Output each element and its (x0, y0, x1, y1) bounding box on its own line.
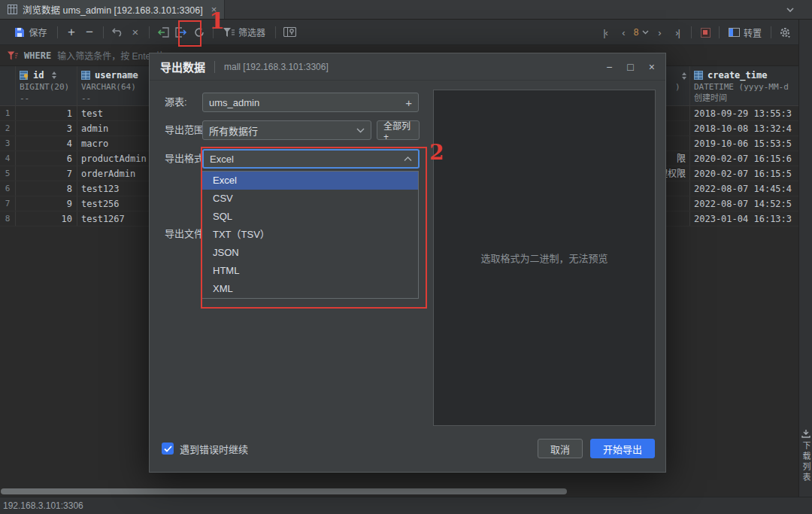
toolbar: 保存 + − × 筛选器 |‹ ‹ (0, 20, 812, 45)
dialog-subtitle: mall [192.168.3.101:3306] (224, 62, 329, 72)
cell-id[interactable]: 8 (15, 181, 77, 196)
cell-create-time[interactable]: 2022-08-07 14:45:4 (689, 181, 798, 196)
preview-panel: 选取格式为二进制，无法预览 (433, 90, 656, 426)
start-export-button[interactable]: 开始导出 (590, 439, 655, 458)
page-size-select[interactable]: 8 (632, 23, 650, 42)
source-table-value: ums_admin (209, 97, 259, 108)
cell-id[interactable]: 1 (15, 106, 77, 121)
cell-create-time[interactable]: 2018-09-29 13:55:3 (689, 106, 798, 121)
transpose-label: 转置 (744, 26, 762, 39)
first-page-button[interactable]: |‹ (596, 23, 614, 42)
undo-button[interactable] (108, 23, 126, 42)
column-type: DATETIME (yyyy-MM-d (694, 81, 798, 93)
cell-id[interactable]: 3 (15, 121, 77, 136)
column-name: username (95, 70, 138, 81)
filter-label: 筛选器 (238, 26, 265, 38)
save-icon (14, 27, 25, 38)
column-icon (81, 71, 91, 80)
right-tool-strip: 下载列表 (798, 20, 812, 497)
cell-id[interactable]: 6 (15, 151, 77, 166)
cell-id[interactable]: 9 (15, 196, 77, 211)
annotation-digit-1: 1 (209, 8, 225, 34)
toolbar-separator (149, 26, 150, 38)
cell-create-time[interactable]: 2019-10-06 15:53:5 (689, 136, 798, 151)
row-number: 5 (0, 166, 15, 181)
delete-row-button[interactable]: − (80, 23, 98, 42)
column-default: -- (20, 93, 77, 104)
key-column-icon (20, 71, 29, 80)
stop-button[interactable] (696, 23, 714, 42)
status-bar: 192.168.3.101:3306 (0, 497, 812, 514)
row-number: 4 (0, 151, 15, 166)
revert-button[interactable]: × (126, 23, 144, 42)
stop-icon (701, 28, 710, 38)
sort-icon[interactable] (682, 72, 686, 80)
app-window: 浏览数据 ums_admin [192.168.3.101:3306] × 保存… (0, 0, 812, 514)
cell-create-time[interactable]: 2020-02-07 16:15:6 (689, 151, 798, 166)
export-range-value: 所有数据行 (209, 123, 258, 138)
cell-id[interactable]: 4 (15, 136, 77, 151)
column-name: id (33, 70, 44, 81)
page-size-value: 8 (634, 27, 639, 38)
checkbox-label: 遇到错误时继续 (180, 442, 248, 456)
table-icon (8, 5, 17, 14)
gear-icon (779, 26, 791, 38)
download-list-label: 下载列表 (800, 441, 812, 483)
transpose-button[interactable]: 转置 (724, 23, 766, 42)
cell-create-time[interactable]: 2020-02-07 16:15:5 (689, 166, 798, 181)
toolbar-separator (275, 26, 276, 38)
sort-icon[interactable] (52, 71, 56, 79)
cell-id[interactable]: 7 (15, 166, 77, 181)
dialog-titlebar[interactable]: 导出数据 mall [192.168.3.101:3306] − □ × (150, 53, 665, 81)
cell-create-time[interactable]: 2022-08-07 14:52:5 (689, 196, 798, 211)
toolbar-separator (771, 26, 771, 38)
annotation-digit-2: 2 (429, 140, 444, 165)
close-button[interactable]: × (649, 61, 655, 73)
minimize-button[interactable]: − (606, 61, 612, 73)
column-icon (694, 71, 704, 80)
prev-page-button[interactable]: ‹ (614, 23, 632, 42)
checkbox-checked-icon[interactable] (162, 443, 174, 455)
row-number: 3 (0, 136, 15, 151)
next-page-button[interactable]: › (650, 23, 668, 42)
preview-placeholder-text: 选取格式为二进制，无法预览 (480, 251, 607, 265)
horizontal-scrollbar[interactable] (1, 488, 567, 494)
pagination-group: |‹ ‹ 8 › ›| 转置 (596, 20, 794, 45)
row-number: 2 (0, 121, 15, 136)
annotation-box-1 (178, 20, 201, 47)
download-icon (801, 429, 810, 438)
column-type: BIGINT(20) (20, 81, 77, 93)
import-button[interactable] (154, 23, 172, 42)
where-keyword: WHERE (24, 50, 51, 61)
tab-browse-data[interactable]: 浏览数据 ums_admin [192.168.3.101:3306] × (0, 0, 225, 19)
cell-create-time[interactable]: 2023-01-04 16:13:3 (689, 211, 798, 227)
last-page-button[interactable]: ›| (668, 23, 686, 42)
download-list-button[interactable]: 下载列表 (799, 429, 812, 483)
row-number: 6 (0, 181, 15, 196)
cancel-button[interactable]: 取消 (538, 439, 583, 458)
export-range-select[interactable]: 所有数据行 (202, 120, 371, 140)
locate-icon (283, 27, 296, 37)
maximize-button[interactable]: □ (627, 61, 633, 73)
tab-bar: 浏览数据 ums_admin [192.168.3.101:3306] × (0, 0, 812, 20)
save-label: 保存 (29, 26, 47, 38)
column-header-id[interactable]: id BIGINT(20) -- (20, 66, 77, 106)
source-table-field[interactable]: ums_admin + (202, 93, 419, 112)
cell-id[interactable]: 10 (15, 211, 77, 227)
cell-create-time[interactable]: 2018-10-08 13:32:4 (689, 121, 798, 136)
all-columns-button[interactable]: 全部列 + (377, 120, 420, 140)
column-header-create-time[interactable]: create_time DATETIME (yyyy-MM-d 创建时间 (694, 66, 798, 106)
hidden-column-type-fragment: ) (675, 81, 680, 93)
add-row-button[interactable]: + (62, 23, 80, 42)
save-button[interactable]: 保存 (9, 23, 53, 42)
where-filter-icon (8, 51, 18, 60)
cell-note-fragment[interactable]: 限 (677, 151, 686, 166)
toolbar-separator (103, 26, 104, 38)
filter-button[interactable]: 筛选器 (218, 23, 271, 42)
add-table-icon[interactable]: + (405, 96, 412, 109)
continue-on-error-checkbox[interactable]: 遇到错误时继续 (162, 441, 248, 456)
settings-button[interactable] (776, 23, 794, 42)
chevron-down-icon[interactable] (785, 5, 795, 15)
locate-row-button[interactable] (280, 23, 298, 42)
row-number: 7 (0, 196, 15, 211)
